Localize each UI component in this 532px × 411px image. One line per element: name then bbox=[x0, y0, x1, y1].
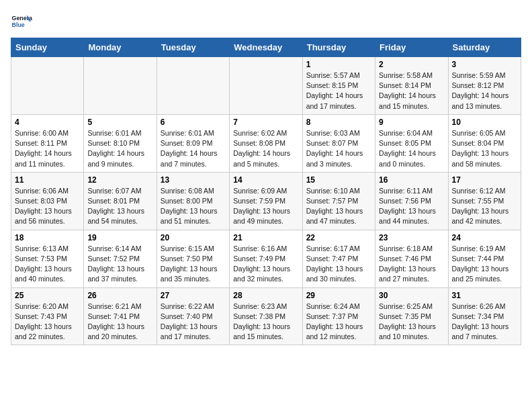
day-info: Sunrise: 6:18 AMSunset: 7:46 PMDaylight:… bbox=[379, 244, 444, 285]
day-number: 2 bbox=[379, 60, 444, 69]
week-row-2: 4Sunrise: 6:00 AMSunset: 8:11 PMDaylight… bbox=[11, 114, 521, 172]
day-info: Sunrise: 6:00 AMSunset: 8:11 PMDaylight:… bbox=[15, 128, 80, 169]
day-number: 13 bbox=[161, 175, 226, 185]
empty-cell bbox=[230, 57, 302, 115]
day-number: 6 bbox=[161, 118, 226, 127]
day-number: 31 bbox=[452, 291, 517, 300]
day-number: 19 bbox=[87, 233, 152, 242]
weekday-header-tuesday: Tuesday bbox=[157, 38, 229, 57]
day-number: 4 bbox=[15, 118, 80, 127]
day-cell-25: 25Sunrise: 6:20 AMSunset: 7:43 PMDayligh… bbox=[11, 287, 84, 345]
day-info: Sunrise: 6:02 AMSunset: 8:08 PMDaylight:… bbox=[233, 128, 298, 169]
day-cell-14: 14Sunrise: 6:09 AMSunset: 7:59 PMDayligh… bbox=[230, 172, 302, 230]
day-cell-8: 8Sunrise: 6:03 AMSunset: 8:07 PMDaylight… bbox=[302, 114, 375, 172]
day-info: Sunrise: 6:23 AMSunset: 7:38 PMDaylight:… bbox=[233, 302, 298, 342]
day-number: 15 bbox=[306, 175, 371, 185]
logo-icon: General Blue bbox=[11, 11, 32, 32]
day-number: 22 bbox=[306, 233, 371, 242]
day-cell-10: 10Sunrise: 6:05 AMSunset: 8:04 PMDayligh… bbox=[448, 114, 521, 172]
day-number: 29 bbox=[306, 291, 371, 300]
day-number: 26 bbox=[87, 291, 152, 300]
header: General Blue bbox=[11, 11, 521, 32]
svg-text:Blue: Blue bbox=[12, 21, 25, 28]
day-info: Sunrise: 6:22 AMSunset: 7:40 PMDaylight:… bbox=[161, 302, 226, 342]
day-number: 14 bbox=[233, 175, 298, 185]
day-info: Sunrise: 6:03 AMSunset: 8:07 PMDaylight:… bbox=[306, 128, 371, 169]
day-info: Sunrise: 6:04 AMSunset: 8:05 PMDaylight:… bbox=[379, 128, 444, 169]
day-cell-13: 13Sunrise: 6:08 AMSunset: 8:00 PMDayligh… bbox=[157, 172, 229, 230]
empty-cell bbox=[84, 57, 157, 115]
day-info: Sunrise: 6:16 AMSunset: 7:49 PMDaylight:… bbox=[233, 244, 298, 285]
day-cell-27: 27Sunrise: 6:22 AMSunset: 7:40 PMDayligh… bbox=[157, 287, 229, 345]
day-number: 16 bbox=[379, 175, 444, 185]
day-number: 10 bbox=[452, 118, 517, 127]
day-info: Sunrise: 6:10 AMSunset: 7:57 PMDaylight:… bbox=[306, 186, 371, 227]
weekday-header-friday: Friday bbox=[375, 38, 448, 57]
day-cell-28: 28Sunrise: 6:23 AMSunset: 7:38 PMDayligh… bbox=[230, 287, 302, 345]
day-info: Sunrise: 5:58 AMSunset: 8:14 PMDaylight:… bbox=[379, 71, 444, 111]
day-cell-3: 3Sunrise: 5:59 AMSunset: 8:12 PMDaylight… bbox=[448, 57, 521, 115]
day-info: Sunrise: 6:11 AMSunset: 7:56 PMDaylight:… bbox=[379, 186, 444, 227]
day-number: 18 bbox=[15, 233, 80, 242]
day-info: Sunrise: 6:17 AMSunset: 7:47 PMDaylight:… bbox=[306, 244, 371, 285]
day-info: Sunrise: 6:21 AMSunset: 7:41 PMDaylight:… bbox=[87, 302, 152, 342]
day-cell-22: 22Sunrise: 6:17 AMSunset: 7:47 PMDayligh… bbox=[302, 230, 375, 287]
day-number: 28 bbox=[233, 291, 298, 300]
day-info: Sunrise: 6:15 AMSunset: 7:50 PMDaylight:… bbox=[161, 244, 226, 285]
day-info: Sunrise: 6:19 AMSunset: 7:44 PMDaylight:… bbox=[452, 244, 517, 285]
day-number: 17 bbox=[452, 175, 517, 185]
weekday-header-row: SundayMondayTuesdayWednesdayThursdayFrid… bbox=[11, 38, 521, 57]
weekday-header-monday: Monday bbox=[84, 38, 157, 57]
day-cell-5: 5Sunrise: 6:01 AMSunset: 8:10 PMDaylight… bbox=[84, 114, 157, 172]
day-cell-24: 24Sunrise: 6:19 AMSunset: 7:44 PMDayligh… bbox=[448, 230, 521, 287]
week-row-1: 1Sunrise: 5:57 AMSunset: 8:15 PMDaylight… bbox=[11, 57, 521, 115]
day-number: 27 bbox=[161, 291, 226, 300]
empty-cell bbox=[157, 57, 229, 115]
day-info: Sunrise: 5:59 AMSunset: 8:12 PMDaylight:… bbox=[452, 71, 517, 111]
day-cell-21: 21Sunrise: 6:16 AMSunset: 7:49 PMDayligh… bbox=[230, 230, 302, 287]
calendar-table: SundayMondayTuesdayWednesdayThursdayFrid… bbox=[11, 38, 521, 345]
weekday-header-saturday: Saturday bbox=[448, 38, 521, 57]
day-info: Sunrise: 6:01 AMSunset: 8:10 PMDaylight:… bbox=[87, 128, 152, 169]
day-info: Sunrise: 6:14 AMSunset: 7:52 PMDaylight:… bbox=[87, 244, 152, 285]
day-cell-1: 1Sunrise: 5:57 AMSunset: 8:15 PMDaylight… bbox=[302, 57, 375, 115]
day-number: 9 bbox=[379, 118, 444, 127]
day-cell-31: 31Sunrise: 6:26 AMSunset: 7:34 PMDayligh… bbox=[448, 287, 521, 345]
day-cell-23: 23Sunrise: 6:18 AMSunset: 7:46 PMDayligh… bbox=[375, 230, 448, 287]
day-info: Sunrise: 6:13 AMSunset: 7:53 PMDaylight:… bbox=[15, 244, 80, 285]
day-info: Sunrise: 6:12 AMSunset: 7:55 PMDaylight:… bbox=[452, 186, 517, 227]
day-info: Sunrise: 6:20 AMSunset: 7:43 PMDaylight:… bbox=[15, 302, 80, 342]
week-row-5: 25Sunrise: 6:20 AMSunset: 7:43 PMDayligh… bbox=[11, 287, 521, 345]
day-number: 21 bbox=[233, 233, 298, 242]
day-cell-11: 11Sunrise: 6:06 AMSunset: 8:03 PMDayligh… bbox=[11, 172, 84, 230]
day-info: Sunrise: 6:07 AMSunset: 8:01 PMDaylight:… bbox=[87, 186, 152, 227]
day-cell-26: 26Sunrise: 6:21 AMSunset: 7:41 PMDayligh… bbox=[84, 287, 157, 345]
day-info: Sunrise: 6:26 AMSunset: 7:34 PMDaylight:… bbox=[452, 302, 517, 342]
day-number: 7 bbox=[233, 118, 298, 127]
day-info: Sunrise: 5:57 AMSunset: 8:15 PMDaylight:… bbox=[306, 71, 371, 111]
day-number: 25 bbox=[15, 291, 80, 300]
day-info: Sunrise: 6:09 AMSunset: 7:59 PMDaylight:… bbox=[233, 186, 298, 227]
day-cell-16: 16Sunrise: 6:11 AMSunset: 7:56 PMDayligh… bbox=[375, 172, 448, 230]
day-cell-19: 19Sunrise: 6:14 AMSunset: 7:52 PMDayligh… bbox=[84, 230, 157, 287]
day-cell-9: 9Sunrise: 6:04 AMSunset: 8:05 PMDaylight… bbox=[375, 114, 448, 172]
day-cell-7: 7Sunrise: 6:02 AMSunset: 8:08 PMDaylight… bbox=[230, 114, 302, 172]
day-number: 30 bbox=[379, 291, 444, 300]
weekday-header-thursday: Thursday bbox=[302, 38, 375, 57]
week-row-3: 11Sunrise: 6:06 AMSunset: 8:03 PMDayligh… bbox=[11, 172, 521, 230]
day-number: 23 bbox=[379, 233, 444, 242]
day-cell-6: 6Sunrise: 6:01 AMSunset: 8:09 PMDaylight… bbox=[157, 114, 229, 172]
day-info: Sunrise: 6:01 AMSunset: 8:09 PMDaylight:… bbox=[161, 128, 226, 169]
day-number: 8 bbox=[306, 118, 371, 127]
day-cell-20: 20Sunrise: 6:15 AMSunset: 7:50 PMDayligh… bbox=[157, 230, 229, 287]
week-row-4: 18Sunrise: 6:13 AMSunset: 7:53 PMDayligh… bbox=[11, 230, 521, 287]
day-number: 12 bbox=[87, 175, 152, 185]
day-cell-18: 18Sunrise: 6:13 AMSunset: 7:53 PMDayligh… bbox=[11, 230, 84, 287]
day-cell-30: 30Sunrise: 6:25 AMSunset: 7:35 PMDayligh… bbox=[375, 287, 448, 345]
day-cell-4: 4Sunrise: 6:00 AMSunset: 8:11 PMDaylight… bbox=[11, 114, 84, 172]
day-cell-12: 12Sunrise: 6:07 AMSunset: 8:01 PMDayligh… bbox=[84, 172, 157, 230]
day-number: 3 bbox=[452, 60, 517, 69]
day-cell-17: 17Sunrise: 6:12 AMSunset: 7:55 PMDayligh… bbox=[448, 172, 521, 230]
day-number: 20 bbox=[161, 233, 226, 242]
day-cell-15: 15Sunrise: 6:10 AMSunset: 7:57 PMDayligh… bbox=[302, 172, 375, 230]
